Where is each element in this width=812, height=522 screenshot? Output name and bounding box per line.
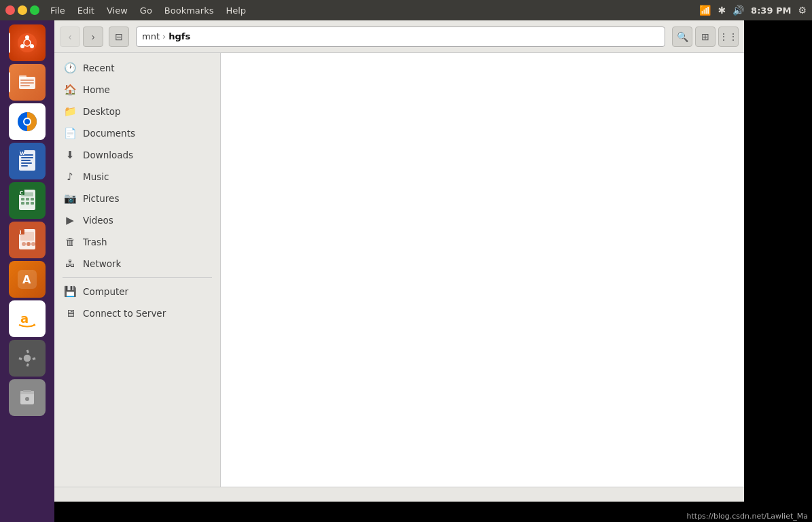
view-list-button[interactable]: ⊞ bbox=[695, 27, 716, 47]
sidebar-item-home[interactable]: 🏠 Home bbox=[54, 79, 220, 101]
fm-sidebar: 🕐 Recent 🏠 Home 📁 Desktop 📄 Documents ⬇ … bbox=[54, 53, 221, 487]
breadcrumb-separator: › bbox=[162, 31, 166, 41]
breadcrumb-mnt[interactable]: mnt bbox=[142, 31, 160, 41]
clock: 8:39 PM bbox=[751, 5, 791, 16]
computer-icon: 💾 bbox=[64, 285, 76, 298]
svg-rect-26 bbox=[21, 202, 24, 205]
svg-point-1 bbox=[25, 35, 29, 39]
toolbar-actions: 🔍 ⊞ ⋮⋮ bbox=[672, 27, 739, 47]
dock-item-ubuntu[interactable] bbox=[9, 24, 46, 61]
menu-view[interactable]: View bbox=[101, 4, 133, 17]
ubuntu-dock: W C I A bbox=[0, 20, 54, 522]
svg-text:W: W bbox=[20, 151, 25, 156]
location-icon: ⊟ bbox=[115, 31, 123, 42]
file-manager-window: ‹ › ⊟ mnt › hgfs 🔍 ⊞ ⋮⋮ bbox=[54, 20, 744, 502]
dock-item-storage[interactable] bbox=[9, 379, 46, 416]
svg-point-35 bbox=[31, 242, 35, 246]
dock-item-writer[interactable]: W bbox=[9, 143, 46, 179]
view-grid-button[interactable]: ⋮⋮ bbox=[718, 27, 739, 47]
forward-button[interactable]: › bbox=[83, 27, 103, 47]
menu-file[interactable]: File bbox=[45, 4, 71, 17]
fm-statusbar bbox=[54, 487, 744, 502]
sidebar-label-downloads: Downloads bbox=[83, 150, 133, 160]
menu-bookmarks[interactable]: Bookmarks bbox=[159, 4, 219, 17]
url-hint: https://blog.csdn.net/Lawliet_Ma bbox=[683, 510, 812, 522]
sidebar-item-recent[interactable]: 🕐 Recent bbox=[54, 57, 220, 79]
sidebar-label-home: Home bbox=[83, 84, 110, 95]
sidebar-item-desktop[interactable]: 📁 Desktop bbox=[54, 101, 220, 122]
svg-rect-9 bbox=[20, 85, 30, 86]
sidebar-item-downloads[interactable]: ⬇ Downloads bbox=[54, 144, 220, 166]
trash-icon: 🗑 bbox=[64, 236, 76, 248]
svg-rect-23 bbox=[21, 198, 24, 201]
svg-rect-18 bbox=[21, 165, 28, 167]
sidebar-item-documents[interactable]: 📄 Documents bbox=[54, 122, 220, 144]
downloads-icon: ⬇ bbox=[64, 149, 76, 161]
dock-item-calc[interactable]: C bbox=[9, 182, 46, 219]
back-icon: ‹ bbox=[69, 31, 72, 42]
bluetooth-icon: ✱ bbox=[718, 5, 726, 16]
svg-rect-8 bbox=[20, 82, 34, 84]
menu-go[interactable]: Go bbox=[135, 4, 158, 17]
search-icon: 🔍 bbox=[677, 31, 688, 42]
sidebar-item-network[interactable]: 🖧 Network bbox=[54, 253, 220, 275]
system-icon[interactable]: ⚙ bbox=[798, 5, 807, 16]
back-button[interactable]: ‹ bbox=[60, 27, 80, 47]
sidebar-item-connect[interactable]: 🖥 Connect to Server bbox=[54, 302, 220, 324]
menu-edit[interactable]: Edit bbox=[72, 4, 100, 17]
search-button[interactable]: 🔍 bbox=[672, 27, 692, 47]
svg-rect-27 bbox=[26, 202, 29, 205]
sidebar-item-pictures[interactable]: 📷 Pictures bbox=[54, 188, 220, 209]
svg-rect-45 bbox=[23, 390, 31, 392]
desktop-icon: 📁 bbox=[64, 105, 76, 118]
sidebar-item-videos[interactable]: ▶ Videos bbox=[54, 209, 220, 231]
fm-main-view[interactable] bbox=[221, 53, 744, 487]
sidebar-item-computer[interactable]: 💾 Computer bbox=[54, 281, 220, 302]
svg-rect-17 bbox=[21, 162, 32, 164]
dock-item-firefox[interactable] bbox=[9, 103, 46, 140]
sidebar-label-trash: Trash bbox=[83, 237, 107, 247]
svg-point-12 bbox=[24, 119, 30, 124]
sidebar-item-trash[interactable]: 🗑 Trash bbox=[54, 231, 220, 253]
dock-item-amazon[interactable]: a bbox=[9, 300, 46, 337]
home-icon: 🏠 bbox=[64, 84, 76, 96]
dock-item-appstore[interactable]: A bbox=[9, 261, 46, 298]
svg-point-33 bbox=[22, 242, 26, 246]
sidebar-label-recent: Recent bbox=[83, 63, 115, 73]
breadcrumb: mnt › hgfs bbox=[136, 27, 665, 47]
minimize-button[interactable] bbox=[18, 5, 27, 15]
svg-rect-28 bbox=[31, 202, 34, 205]
top-right-area: 📶 ✱ 🔊 8:39 PM ⚙ bbox=[699, 5, 807, 16]
network-icon: 🖧 bbox=[64, 258, 76, 270]
svg-rect-24 bbox=[26, 198, 29, 201]
videos-icon: ▶ bbox=[64, 214, 76, 226]
window-controls bbox=[5, 5, 39, 15]
svg-rect-7 bbox=[20, 80, 34, 81]
svg-text:I: I bbox=[20, 230, 22, 235]
sidebar-label-network: Network bbox=[83, 258, 121, 269]
svg-point-34 bbox=[27, 242, 31, 246]
svg-rect-6 bbox=[19, 75, 27, 79]
location-button[interactable]: ⊟ bbox=[109, 27, 129, 47]
connect-icon: 🖥 bbox=[64, 307, 76, 319]
close-button[interactable] bbox=[5, 5, 15, 15]
list-view-icon: ⊞ bbox=[701, 31, 709, 42]
sidebar-label-videos: Videos bbox=[83, 215, 113, 226]
sidebar-label-desktop: Desktop bbox=[83, 106, 121, 117]
breadcrumb-hgfs[interactable]: hgfs bbox=[169, 31, 190, 41]
sidebar-divider bbox=[63, 277, 212, 278]
svg-rect-25 bbox=[31, 198, 34, 201]
dock-item-files[interactable] bbox=[9, 64, 46, 101]
menu-items: File Edit View Go Bookmarks Help bbox=[45, 4, 699, 17]
volume-icon: 🔊 bbox=[732, 5, 744, 16]
sidebar-item-music[interactable]: ♪ Music bbox=[54, 166, 220, 188]
music-icon: ♪ bbox=[64, 171, 76, 183]
maximize-button[interactable] bbox=[30, 5, 39, 15]
dock-item-settings[interactable] bbox=[9, 340, 46, 377]
documents-icon: 📄 bbox=[64, 127, 76, 139]
svg-rect-15 bbox=[21, 157, 33, 158]
menu-help[interactable]: Help bbox=[220, 4, 251, 17]
pictures-icon: 📷 bbox=[64, 192, 76, 205]
dock-item-impress[interactable]: I bbox=[9, 222, 46, 258]
recent-icon: 🕐 bbox=[64, 62, 76, 74]
